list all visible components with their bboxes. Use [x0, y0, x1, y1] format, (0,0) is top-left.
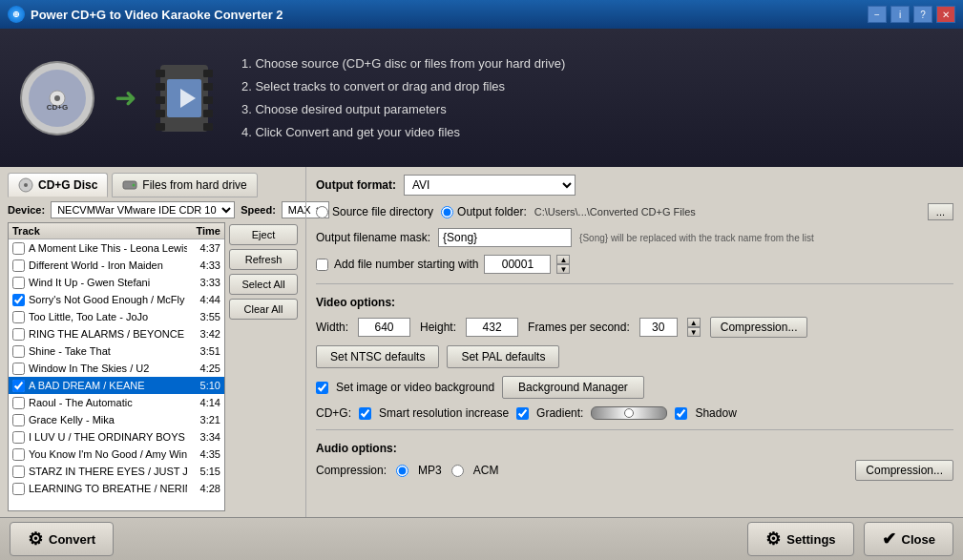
track-row[interactable]: A Moment Like This - Leona Lewis 4:37 — [9, 239, 224, 257]
track-checkbox[interactable] — [12, 483, 25, 495]
source-dir-radio[interactable] — [316, 206, 328, 218]
track-row[interactable]: Sorry's Not Good Enough / McFly 4:44 — [9, 291, 224, 308]
tab-cdg-disc[interactable]: CD+G Disc — [8, 173, 108, 197]
track-time: 3:33 — [187, 277, 220, 288]
svg-rect-7 — [156, 70, 165, 77]
clear-all-button[interactable]: Clear All — [229, 299, 298, 320]
track-time: 4:28 — [187, 483, 220, 494]
file-number-checkbox[interactable] — [316, 259, 328, 271]
track-name: LEARNING TO BREATHE / NERINA PALLOT — [29, 483, 187, 494]
pal-button[interactable]: Set PAL defaults — [447, 345, 559, 368]
spinner-down[interactable]: ▼ — [556, 264, 570, 274]
video-compression-button[interactable]: Compression... — [710, 317, 808, 338]
mp3-radio[interactable] — [396, 465, 408, 477]
help-button[interactable]: ? — [913, 6, 932, 23]
track-row[interactable]: Raoul - The Automatic 4:14 — [9, 394, 224, 411]
tab-hard-drive[interactable]: Files from hard drive — [112, 173, 257, 197]
output-folder-radio-group: Output folder: — [441, 205, 527, 218]
track-checkbox[interactable] — [12, 448, 25, 461]
eject-button[interactable]: Eject — [229, 224, 298, 245]
device-select[interactable]: NECVMWar VMware IDE CDR 10 — [51, 201, 235, 218]
track-checkbox[interactable] — [12, 259, 25, 272]
close-button[interactable]: ✕ — [936, 6, 955, 23]
track-row[interactable]: STARZ IN THERE EYES / JUST JACK 5:15 — [9, 463, 224, 480]
svg-rect-13 — [203, 83, 213, 91]
settings-button[interactable]: ⚙ Settings — [747, 522, 853, 556]
output-format-label: Output format: — [316, 178, 396, 192]
track-list-body[interactable]: A Moment Like This - Leona Lewis 4:37 Di… — [9, 239, 224, 506]
smart-resolution-checkbox[interactable] — [359, 407, 371, 420]
browse-button[interactable]: ... — [928, 203, 953, 220]
track-checkbox[interactable] — [12, 311, 25, 323]
gradient-checkbox[interactable] — [516, 407, 529, 420]
source-dir-radio-group: Source file directory — [316, 205, 433, 218]
settings-icon: ⚙ — [765, 529, 781, 550]
track-row[interactable]: Shine - Take That 3:51 — [9, 342, 224, 360]
track-row[interactable]: You Know I'm No Good / Amy Winehouse 4:3… — [9, 446, 224, 463]
fps-spinner-up[interactable]: ▲ — [687, 318, 701, 327]
tab-hard-drive-label: Files from hard drive — [142, 178, 246, 192]
filename-mask-input[interactable] — [438, 228, 572, 247]
shadow-checkbox[interactable] — [675, 407, 687, 420]
info-button[interactable]: i — [890, 6, 910, 23]
refresh-button[interactable]: Refresh — [229, 249, 298, 270]
filename-mask-label: Output filename mask: — [316, 231, 430, 244]
bg-checkbox-label: Set image or video background — [336, 381, 494, 394]
svg-rect-16 — [203, 123, 213, 131]
select-all-button[interactable]: Select All — [229, 274, 298, 295]
track-row[interactable]: A BAD DREAM / KEANE 5:10 — [9, 377, 224, 394]
fps-spinner-down[interactable]: ▼ — [687, 327, 701, 337]
audio-compression-button[interactable]: Compression... — [855, 460, 953, 481]
svg-text:CD+G: CD+G — [47, 103, 68, 112]
track-checkbox[interactable] — [12, 414, 25, 426]
track-checkbox[interactable] — [12, 294, 25, 306]
track-checkbox[interactable] — [12, 380, 25, 392]
fps-input[interactable] — [639, 318, 678, 337]
height-input[interactable] — [466, 318, 518, 337]
spinner-up[interactable]: ▲ — [556, 255, 570, 264]
track-row[interactable]: Window In The Skies / U2 4:25 — [9, 360, 224, 377]
convert-button[interactable]: ⚙ Convert — [10, 522, 114, 556]
track-row[interactable]: Different World - Iron Maiden 4:33 — [9, 257, 224, 274]
track-row[interactable]: I LUV U / THE ORDINARY BOYS 3:34 — [9, 428, 224, 446]
track-time: 4:14 — [187, 397, 220, 408]
track-row[interactable]: Wind It Up - Gwen Stefani 3:33 — [9, 274, 224, 291]
track-checkbox[interactable] — [12, 242, 25, 255]
width-input[interactable] — [358, 318, 410, 337]
speed-label: Speed: — [241, 204, 276, 216]
col-track-header: Track — [12, 225, 187, 237]
track-name: I LUV U / THE ORDINARY BOYS — [29, 431, 187, 443]
track-checkbox[interactable] — [12, 345, 25, 358]
filename-row: Output filename mask: {Song} will be rep… — [316, 228, 953, 247]
ntsc-button[interactable]: Set NTSC defaults — [316, 345, 439, 368]
track-checkbox[interactable] — [12, 328, 25, 341]
track-row[interactable]: Too Little, Too Late - JoJo 3:55 — [9, 308, 224, 325]
smart-resolution-label: Smart resolution increase — [379, 406, 509, 420]
source-dir-radio-label: Source file directory — [332, 205, 433, 218]
file-number-label: Add file number starting with — [334, 258, 478, 271]
minimize-button[interactable]: − — [868, 6, 887, 23]
track-row[interactable]: Grace Kelly - Mika 3:21 — [9, 411, 224, 428]
track-checkbox[interactable] — [12, 466, 25, 478]
left-panel: CD+G Disc Files from hard drive Device: … — [0, 167, 305, 517]
acm-radio[interactable] — [451, 465, 464, 477]
track-name: Shine - Take That — [29, 345, 187, 357]
track-checkbox[interactable] — [12, 431, 25, 444]
track-checkbox[interactable] — [12, 363, 25, 375]
track-buttons: Eject Refresh Select All Clear All — [229, 222, 298, 511]
file-number-input[interactable] — [484, 255, 551, 274]
output-format-select[interactable]: AVI MP4 WMV — [404, 175, 576, 196]
track-checkbox[interactable] — [12, 277, 25, 289]
svg-point-22 — [133, 184, 136, 187]
background-manager-button[interactable]: Background Manager — [502, 376, 644, 399]
app-icon: ⊕ — [8, 6, 25, 23]
close-app-button[interactable]: ✔ Close — [864, 522, 953, 556]
track-row[interactable]: RING THE ALARMS / BEYONCE 3:42 — [9, 325, 224, 342]
gradient-slider[interactable] — [591, 406, 667, 420]
separator-2 — [316, 429, 953, 430]
track-checkbox[interactable] — [12, 397, 25, 409]
output-folder-row: Source file directory Output folder: C:\… — [316, 203, 953, 220]
track-row[interactable]: LEARNING TO BREATHE / NERINA PALLOT 4:28 — [9, 480, 224, 497]
output-folder-radio[interactable] — [441, 206, 453, 218]
bg-checkbox[interactable] — [316, 382, 328, 394]
